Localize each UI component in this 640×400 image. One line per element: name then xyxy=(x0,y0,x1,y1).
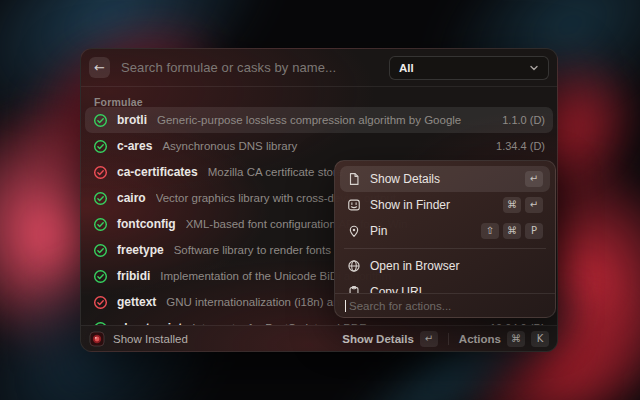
status-bar-right: Show Details ↵ Actions ⌘ K xyxy=(342,331,549,347)
formula-description: Asynchronous DNS library xyxy=(162,140,486,152)
list-item-brotli[interactable]: brotli Generic-purpose lossless compress… xyxy=(85,107,553,133)
menu-item-show-details[interactable]: Show Details ↵ xyxy=(340,166,550,192)
actions-menu: Show Details ↵ Show in Finder ⌘ ↵ Pin ⇧ … xyxy=(334,160,556,318)
formula-name: brotli xyxy=(117,113,147,127)
check-circle-icon xyxy=(93,113,108,128)
formula-name: gettext xyxy=(117,295,156,309)
globe-icon xyxy=(347,259,361,273)
finder-icon xyxy=(347,198,361,212)
menu-item-copy-url[interactable]: Copy URL xyxy=(340,279,550,293)
formula-description: Generic-purpose lossless compression alg… xyxy=(157,114,492,126)
status-bar: Show Installed Show Details ↵ Actions ⌘ … xyxy=(81,325,557,351)
show-installed-label[interactable]: Show Installed xyxy=(113,333,188,345)
check-circle-icon xyxy=(93,165,108,180)
status-bar-left: Show Installed xyxy=(89,331,188,347)
clipboard-icon xyxy=(347,285,361,293)
actions-button[interactable]: Actions xyxy=(459,333,501,345)
document-icon xyxy=(347,172,361,186)
check-circle-icon xyxy=(93,139,108,154)
back-arrow-icon: ← xyxy=(94,61,105,74)
check-circle-icon xyxy=(93,295,108,310)
check-circle-icon xyxy=(93,243,108,258)
formula-version: 1.34.4 (D) xyxy=(496,140,545,152)
search-header: ← Search formulae or casks by name... Al… xyxy=(81,49,557,87)
formula-name: fribidi xyxy=(117,269,150,283)
shift-key-icon: ⇧ xyxy=(481,223,499,239)
menu-item-pin[interactable]: Pin ⇧ ⌘ P xyxy=(340,218,550,244)
search-input[interactable]: Search formulae or casks by name... xyxy=(121,60,336,75)
return-key-icon: ↵ xyxy=(525,171,543,187)
formula-version: 1.1.0 (D) xyxy=(502,114,545,126)
p-key-icon: P xyxy=(525,223,543,239)
return-key-icon: ↵ xyxy=(420,331,438,347)
chevron-down-icon xyxy=(529,63,539,73)
filter-dropdown[interactable]: All xyxy=(389,56,549,80)
actions-search-input[interactable]: Search for actions... xyxy=(335,293,555,317)
menu-item-open-in-browser[interactable]: Open in Browser xyxy=(340,253,550,279)
return-key-icon: ↵ xyxy=(525,197,543,213)
command-key-icon: ⌘ xyxy=(503,223,521,239)
formula-name: ca-certificates xyxy=(117,165,198,179)
formula-name: freetype xyxy=(117,243,164,257)
show-details-action[interactable]: Show Details xyxy=(342,333,414,345)
check-circle-icon xyxy=(93,217,108,232)
menu-separator xyxy=(344,248,546,249)
formula-name: fontconfig xyxy=(117,217,176,231)
pin-icon xyxy=(347,224,361,238)
list-item-c-ares[interactable]: c-ares Asynchronous DNS library 1.34.4 (… xyxy=(85,133,553,159)
formula-name: cairo xyxy=(117,191,146,205)
brew-extension-icon xyxy=(89,331,105,347)
check-circle-icon xyxy=(93,269,108,284)
filter-dropdown-value: All xyxy=(399,62,414,74)
footer-divider xyxy=(448,333,449,345)
menu-item-show-in-finder[interactable]: Show in Finder ⌘ ↵ xyxy=(340,192,550,218)
command-key-icon: ⌘ xyxy=(507,331,525,347)
command-key-icon: ⌘ xyxy=(503,197,521,213)
actions-menu-list: Show Details ↵ Show in Finder ⌘ ↵ Pin ⇧ … xyxy=(335,161,555,293)
text-caret xyxy=(345,300,346,312)
check-circle-icon xyxy=(93,191,108,206)
k-key-icon: K xyxy=(531,331,549,347)
actions-search-placeholder: Search for actions... xyxy=(349,300,451,312)
formula-name: c-ares xyxy=(117,139,152,153)
back-button[interactable]: ← xyxy=(89,57,110,78)
